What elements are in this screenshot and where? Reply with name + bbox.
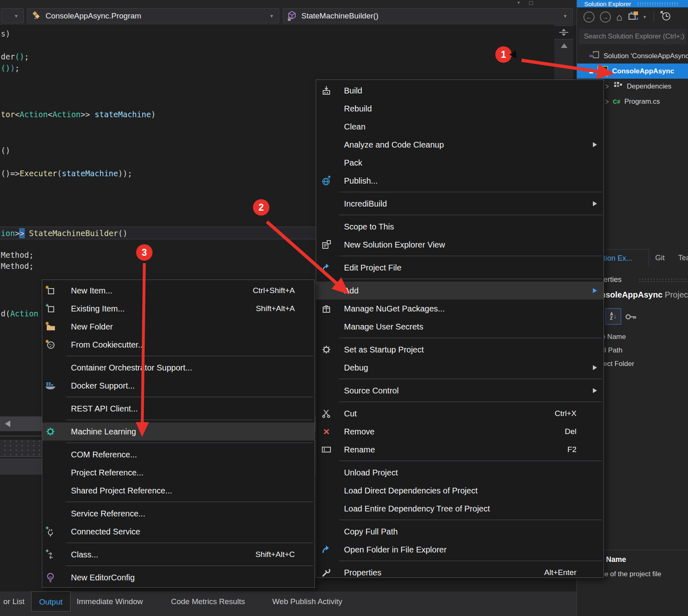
arrow-down-icon: ↓: [613, 313, 617, 320]
tree-item-solution[interactable]: ∞ Solution 'ConsoleAppAsync': [577, 48, 688, 64]
menu-item-source-control[interactable]: Source Control: [316, 382, 604, 400]
submenu-item-existing-item[interactable]: Existing Item... Shift+Alt+A: [42, 300, 314, 318]
tab-web-publish[interactable]: Web Publish Activity: [272, 591, 342, 611]
gear-icon: [316, 344, 337, 355]
menu-item-new-solution-explorer-view[interactable]: New Solution Explorer View: [316, 236, 604, 254]
menu-item-incredibuild[interactable]: IncrediBuild: [316, 195, 604, 213]
submenu-item-container-orchestrator[interactable]: Container Orchestrator Support...: [42, 359, 314, 377]
submenu-item-service-reference[interactable]: Service Reference...: [42, 505, 314, 523]
svg-text:∞: ∞: [589, 52, 594, 59]
menu-separator: [316, 400, 604, 405]
menu-item-cut[interactable]: Cut Ctrl+X: [316, 405, 604, 423]
submenu-item-connected-service[interactable]: Connected Service: [42, 523, 314, 541]
tab-immediate-window[interactable]: Immediate Window: [77, 591, 143, 611]
existing-item-icon: [42, 303, 59, 314]
menu-item-open-folder[interactable]: Open Folder in File Explorer: [316, 541, 604, 559]
project-dropdown[interactable]: ▼: [1, 8, 24, 23]
scroll-left-icon[interactable]: [5, 421, 10, 427]
remove-x-icon: ×: [316, 427, 337, 436]
menu-item-manage-user-secrets[interactable]: Manage User Secrets: [316, 318, 604, 336]
menu-separator: [316, 459, 604, 464]
annotation-step-2: 2: [253, 199, 269, 216]
split-window-icon[interactable]: [529, 1, 533, 5]
submenu-item-new-editorconfig[interactable]: New EditorConfig: [42, 568, 314, 586]
properties-grip: [638, 278, 687, 282]
menu-separator: [316, 277, 604, 282]
rename-icon: [316, 444, 337, 455]
menu-item-build[interactable]: Build: [316, 82, 604, 100]
chevron-down-icon[interactable]: ▼: [643, 15, 647, 19]
search-input[interactable]: Search Solution Explorer (Ctrl+;): [579, 29, 686, 44]
menu-item-scope-to-this[interactable]: Scope to This: [316, 218, 604, 236]
tree-item-label: ConsoleAppAsync: [612, 67, 674, 75]
editor-split-handle[interactable]: [554, 25, 573, 39]
submenu-item-docker-support[interactable]: Docker Support...: [42, 377, 314, 395]
submenu-item-machine-learning[interactable]: Machine Learning: [42, 423, 314, 441]
chevron-down-icon: ▼: [563, 14, 572, 18]
code-line: s): [1, 29, 10, 38]
forward-button[interactable]: →: [600, 11, 611, 23]
csharp-file-icon: C#: [613, 98, 620, 105]
new-folder-icon: [42, 321, 59, 332]
chevron-down-icon: ▼: [14, 14, 23, 18]
type-dropdown[interactable]: ConsoleAppAsync.Program ▼: [27, 8, 279, 23]
menu-item-copy-full-path[interactable]: Copy Full Path: [316, 523, 604, 541]
submenu-item-project-reference[interactable]: Project Reference...: [42, 464, 314, 482]
menu-item-manage-nuget[interactable]: Manage NuGet Packages...: [316, 300, 604, 318]
submenu-item-new-folder[interactable]: New Folder: [42, 318, 314, 336]
submenu-item-rest-api-client[interactable]: REST API Client...: [42, 400, 314, 418]
submenu-item-from-cookiecutter[interactable]: From Cookiecutter...: [42, 336, 314, 354]
switch-views-icon[interactable]: [628, 10, 640, 23]
pending-changes-filter-icon[interactable]: [659, 10, 672, 24]
submenu-arrow-icon: [593, 142, 597, 147]
submenu-arrow-icon: [593, 365, 597, 370]
bottom-panel-tabstrip: or List Output Immediate Window Code Met…: [0, 591, 576, 616]
dependencies-icon: [613, 80, 623, 92]
submenu-item-class[interactable]: Class... Shift+Alt+C: [42, 546, 314, 564]
expanded-arrow-icon[interactable]: [589, 69, 593, 73]
menu-item-edit-project-file[interactable]: Edit Project File: [316, 259, 604, 277]
properties-pages-icon[interactable]: [624, 311, 638, 325]
tab-git[interactable]: Git: [655, 249, 665, 267]
tab-code-metrics[interactable]: Code Metrics Results: [171, 591, 245, 611]
submenu-item-shared-project-reference[interactable]: Shared Project Reference...: [42, 482, 314, 500]
collapsed-chevron-icon[interactable]: >: [605, 82, 609, 91]
menu-item-publish[interactable]: Publish...: [316, 172, 604, 190]
menu-item-analyze[interactable]: Analyze and Code Cleanup: [316, 136, 604, 154]
menu-item-load-entire-tree[interactable]: Load Entire Dependency Tree of Project: [316, 500, 604, 518]
menu-item-add[interactable]: Add: [316, 282, 604, 300]
menu-item-set-as-startup[interactable]: Set as Startup Project: [316, 341, 604, 359]
menu-item-properties[interactable]: Properties Alt+Enter: [316, 564, 604, 582]
split-down-icon: [562, 34, 566, 36]
back-button[interactable]: ←: [583, 11, 595, 23]
breadcrumb-bar: ▼ ConsoleAppAsync.Program ▼: [0, 7, 576, 25]
matched-token-highlight: >: [20, 229, 24, 238]
machine-learning-gear-icon: [42, 426, 59, 437]
menu-item-unload-project[interactable]: Unload Project: [316, 464, 604, 482]
chevron-down-icon[interactable]: ▼: [517, 0, 521, 5]
tab-team-explorer[interactable]: Team Explorer: [678, 249, 688, 267]
menu-separator: [316, 254, 604, 259]
submenu-item-new-item[interactable]: New Item... Ctrl+Shift+A: [42, 282, 314, 300]
tree-item-project-selected[interactable]: C# ConsoleAppAsync: [577, 64, 688, 79]
tab-output[interactable]: Output: [31, 591, 71, 611]
code-line: tor<Action<Action>> stateMachine): [1, 110, 156, 119]
menu-item-clean[interactable]: Clean: [316, 118, 604, 136]
menu-item-pack[interactable]: Pack: [316, 154, 604, 172]
sort-alphabetical-button[interactable]: AZ ↓: [606, 308, 621, 325]
menu-item-load-direct-dependencies[interactable]: Load Direct Dependencies of Project: [316, 482, 604, 500]
menu-item-debug[interactable]: Debug: [316, 359, 604, 377]
scroll-up-icon[interactable]: [561, 43, 567, 48]
solution-explorer-titlebar[interactable]: Solution Explorer: [577, 0, 688, 7]
home-icon[interactable]: ⌂: [616, 11, 622, 23]
menu-item-rebuild[interactable]: Rebuild: [316, 100, 604, 118]
tab-error-list[interactable]: or List: [3, 591, 25, 611]
toolbar-separator: [654, 11, 654, 22]
menu-item-rename[interactable]: Rename F2: [316, 441, 604, 459]
menu-item-remove[interactable]: × Remove Del: [316, 423, 604, 441]
solution-icon: ∞: [589, 50, 600, 62]
collapsed-chevron-icon[interactable]: >: [605, 97, 609, 106]
member-dropdown[interactable]: StateMachineBuilder() ▼: [283, 8, 573, 23]
submenu-item-com-reference[interactable]: COM Reference...: [42, 446, 314, 464]
split-up-icon: [562, 29, 566, 31]
